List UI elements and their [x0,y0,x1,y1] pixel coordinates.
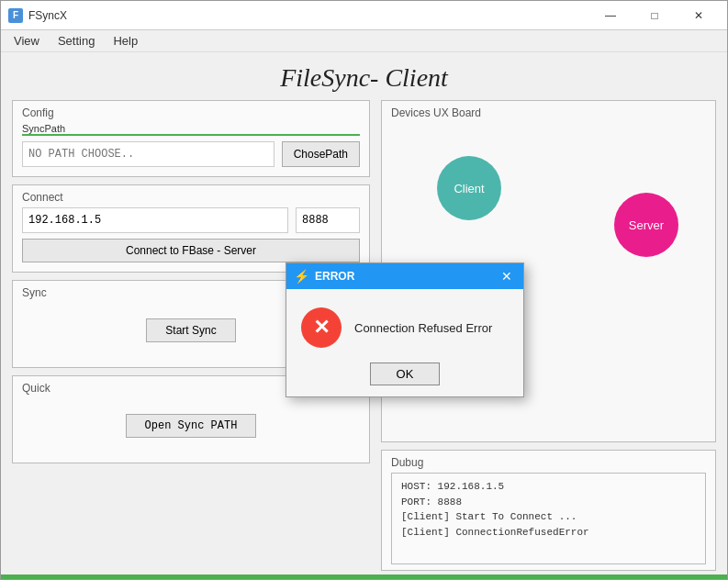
main-window: F FSyncX — □ ✕ View Setting Help FileSyn… [0,0,728,580]
error-message: Connection Refused Error [354,321,492,335]
dialog-close-button[interactable]: ✕ [498,267,516,285]
dialog-footer: OK [286,359,523,396]
dialog-body: ✕ Connection Refused Error [286,289,523,359]
ok-button[interactable]: OK [370,362,441,385]
dialog-titlebar: ⚡ ERROR ✕ [286,263,523,289]
dialog-title-text: ERROR [315,270,498,283]
error-dialog: ⚡ ERROR ✕ ✕ Connection Refused Error OK [286,262,524,397]
dialog-title-icon: ⚡ [294,269,309,284]
error-icon: ✕ [301,307,342,348]
dialog-overlay: ⚡ ERROR ✕ ✕ Connection Refused Error OK [1,1,727,579]
